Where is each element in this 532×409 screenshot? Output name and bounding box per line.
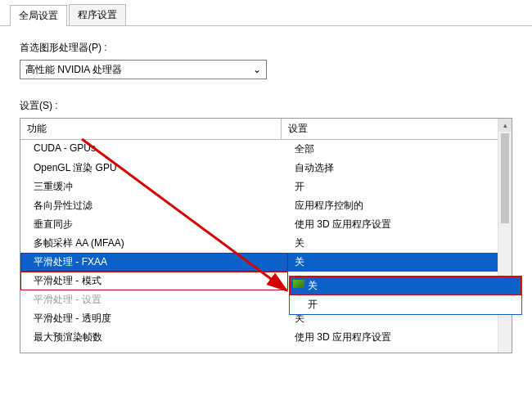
value-dropdown[interactable]: 关 开	[289, 276, 522, 315]
tab-program-settings[interactable]: 程序设置	[69, 4, 126, 25]
row-feature[interactable]: 最大预渲染帧数	[20, 328, 288, 347]
grid-row: 各向异性过滤应用程序控制的	[20, 196, 512, 215]
row-feature[interactable]: 平滑处理 - FXAA	[20, 253, 288, 272]
row-feature: 平滑处理 - 设置	[20, 290, 288, 309]
row-value[interactable]: 自动选择	[288, 159, 512, 178]
preferred-gpu-label: 首选图形处理器(P) :	[20, 41, 512, 55]
row-feature[interactable]: 多帧采样 AA (MFAA)	[20, 234, 288, 253]
grid-scrollbar[interactable]: ▴	[498, 119, 512, 353]
row-feature[interactable]: 垂直同步	[20, 215, 288, 234]
row-value[interactable]: 使用 3D 应用程序设置	[288, 328, 512, 347]
grid-row-selected: 平滑处理 - FXAA关	[20, 253, 512, 272]
header-setting: 设置	[282, 119, 512, 139]
row-feature[interactable]: 各向异性过滤	[20, 196, 288, 215]
row-feature[interactable]: 平滑处理 - 模式	[20, 272, 288, 290]
row-feature[interactable]: 三重缓冲	[20, 178, 288, 196]
row-feature[interactable]: OpenGL 渲染 GPU	[20, 159, 288, 178]
scrollbar-thumb[interactable]	[501, 133, 509, 223]
settings-grid: 功能 设置 CUDA - GPUs全部 OpenGL 渲染 GPU自动选择 三重…	[20, 118, 512, 353]
row-value[interactable]: 开	[288, 178, 512, 196]
main-tabs: 全局设置 程序设置	[0, 0, 532, 26]
grid-row: CUDA - GPUs全部	[20, 140, 512, 159]
row-feature[interactable]: 平滑处理 - 透明度	[20, 309, 288, 328]
header-feature: 功能	[20, 119, 282, 139]
row-value[interactable]: 应用程序控制的	[288, 196, 512, 215]
preferred-gpu-select[interactable]: 高性能 NVIDIA 处理器 ⌄	[20, 60, 267, 79]
tab-global-settings[interactable]: 全局设置	[10, 5, 67, 26]
dropdown-option[interactable]: 开	[290, 295, 521, 314]
scroll-up-icon[interactable]: ▴	[498, 119, 512, 132]
grid-header: 功能 设置	[20, 119, 512, 140]
settings-window: 全局设置 程序设置 首选图形处理器(P) : 高性能 NVIDIA 处理器 ⌄ …	[0, 0, 532, 409]
nvidia-icon	[293, 280, 304, 288]
preferred-gpu-value: 高性能 NVIDIA 处理器	[25, 63, 122, 77]
settings-label: 设置(S) :	[20, 99, 512, 113]
row-value[interactable]: 全部	[288, 140, 512, 159]
content-area: 首选图形处理器(P) : 高性能 NVIDIA 处理器 ⌄ 设置(S) : 功能…	[0, 26, 532, 363]
dropdown-option[interactable]: 关	[290, 276, 521, 295]
grid-row: 垂直同步使用 3D 应用程序设置	[20, 215, 512, 234]
grid-row: 三重缓冲开	[20, 178, 512, 196]
grid-row: OpenGL 渲染 GPU自动选择	[20, 159, 512, 178]
row-value[interactable]: 关	[288, 234, 512, 253]
grid-row: 多帧采样 AA (MFAA)关	[20, 234, 512, 253]
chevron-down-icon: ⌄	[251, 64, 263, 75]
row-feature[interactable]: CUDA - GPUs	[20, 140, 288, 159]
row-value[interactable]: 关	[288, 253, 512, 272]
row-value[interactable]: 使用 3D 应用程序设置	[288, 215, 512, 234]
grid-row: 最大预渲染帧数使用 3D 应用程序设置	[20, 328, 512, 347]
